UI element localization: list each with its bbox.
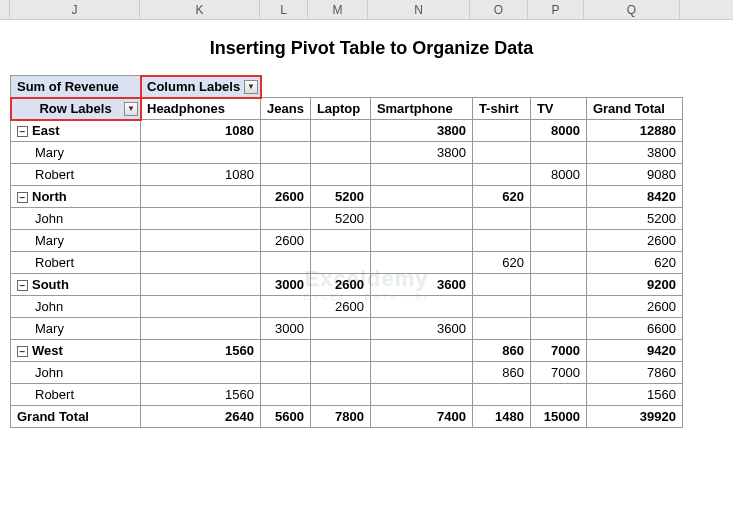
collapse-icon[interactable]: − — [17, 346, 28, 357]
data-cell — [310, 142, 370, 164]
col-header-laptop[interactable]: Laptop — [310, 98, 370, 120]
collapse-icon[interactable]: − — [17, 280, 28, 291]
col-header-grandtotal[interactable]: Grand Total — [586, 98, 682, 120]
data-cell: 1080 — [141, 164, 261, 186]
data-cell — [370, 340, 472, 362]
data-cell: 1560 — [586, 384, 682, 406]
person-label: John — [11, 362, 141, 384]
region-label[interactable]: −South — [11, 274, 141, 296]
data-cell — [141, 208, 261, 230]
data-cell — [370, 252, 472, 274]
col-header-N[interactable]: N — [368, 0, 470, 19]
gt-total: 39920 — [586, 406, 682, 428]
col-header-K[interactable]: K — [140, 0, 260, 19]
data-cell — [310, 318, 370, 340]
col-header-tv[interactable]: TV — [530, 98, 586, 120]
data-cell: 8000 — [530, 164, 586, 186]
col-header-O[interactable]: O — [470, 0, 528, 19]
data-cell — [261, 296, 311, 318]
data-cell — [370, 164, 472, 186]
data-cell — [261, 120, 311, 142]
person-row: Mary300036006600 — [11, 318, 683, 340]
data-cell — [261, 362, 311, 384]
row-label-text: Mary — [35, 233, 64, 248]
data-cell: 5200 — [586, 208, 682, 230]
region-label[interactable]: −East — [11, 120, 141, 142]
data-cell: 7000 — [530, 362, 586, 384]
data-cell — [530, 252, 586, 274]
col-header-tshirt[interactable]: T-shirt — [472, 98, 530, 120]
data-cell — [141, 296, 261, 318]
data-cell — [530, 318, 586, 340]
data-cell: 3800 — [586, 142, 682, 164]
person-row: Robert15601560 — [11, 384, 683, 406]
row-label-text: Mary — [35, 321, 64, 336]
col-header-smartphone[interactable]: Smartphone — [370, 98, 472, 120]
row-label-text: West — [32, 343, 63, 358]
col-header-J[interactable]: J — [10, 0, 140, 19]
data-cell — [141, 318, 261, 340]
col-header-headphones[interactable]: Headphones — [141, 98, 261, 120]
pivot-header-row: Row Labels ▼ Headphones Jeans Laptop Sma… — [11, 98, 683, 120]
data-cell — [261, 340, 311, 362]
person-label: Robert — [11, 384, 141, 406]
data-cell: 1560 — [141, 340, 261, 362]
col-header-jeans[interactable]: Jeans — [261, 98, 311, 120]
data-cell — [261, 384, 311, 406]
data-cell: 8000 — [530, 120, 586, 142]
data-cell: 5200 — [310, 208, 370, 230]
region-row: −East10803800800012880 — [11, 120, 683, 142]
data-cell: 3800 — [370, 120, 472, 142]
gt-laptop: 7800 — [310, 406, 370, 428]
data-cell — [141, 186, 261, 208]
row-labels-dropdown-icon[interactable]: ▼ — [124, 102, 138, 116]
data-cell — [261, 164, 311, 186]
collapse-icon[interactable]: − — [17, 126, 28, 137]
data-cell — [530, 384, 586, 406]
region-label[interactable]: −North — [11, 186, 141, 208]
region-label[interactable]: −West — [11, 340, 141, 362]
data-cell — [472, 230, 530, 252]
sheet-title: Inserting Pivot Table to Organize Data — [10, 30, 733, 75]
data-cell — [261, 142, 311, 164]
collapse-icon[interactable]: − — [17, 192, 28, 203]
region-row: −South3000260036009200 — [11, 274, 683, 296]
data-cell: 2600 — [310, 296, 370, 318]
data-cell: 12880 — [586, 120, 682, 142]
data-cell — [261, 252, 311, 274]
data-cell: 7860 — [586, 362, 682, 384]
column-labels-dropdown-icon[interactable]: ▼ — [244, 80, 258, 94]
col-header-P[interactable]: P — [528, 0, 584, 19]
data-cell — [370, 186, 472, 208]
col-header-I[interactable] — [0, 0, 10, 19]
grand-total-row: Grand Total 2640 5600 7800 7400 1480 150… — [11, 406, 683, 428]
column-labels-cell[interactable]: Column Labels ▼ — [141, 76, 261, 98]
grand-total-label: Grand Total — [11, 406, 141, 428]
data-cell: 3600 — [370, 318, 472, 340]
col-header-M[interactable]: M — [308, 0, 368, 19]
row-labels-cell[interactable]: Row Labels ▼ — [11, 98, 141, 120]
data-cell — [472, 120, 530, 142]
data-cell — [310, 384, 370, 406]
data-cell — [370, 362, 472, 384]
data-cell — [141, 252, 261, 274]
data-cell: 1560 — [141, 384, 261, 406]
row-label-text: East — [32, 123, 59, 138]
data-cell: 860 — [472, 362, 530, 384]
data-cell — [530, 186, 586, 208]
col-header-L[interactable]: L — [260, 0, 308, 19]
data-cell: 3800 — [370, 142, 472, 164]
data-cell — [370, 208, 472, 230]
pivot-table: Sum of Revenue Column Labels ▼ Row Label… — [10, 75, 683, 428]
data-cell: 2600 — [586, 230, 682, 252]
data-cell — [370, 230, 472, 252]
col-header-Q[interactable]: Q — [584, 0, 680, 19]
data-cell: 2600 — [310, 274, 370, 296]
person-label: Mary — [11, 142, 141, 164]
data-cell — [310, 362, 370, 384]
data-cell: 3000 — [261, 318, 311, 340]
data-cell — [472, 318, 530, 340]
data-cell: 2600 — [586, 296, 682, 318]
data-cell: 2600 — [261, 230, 311, 252]
data-cell — [472, 208, 530, 230]
